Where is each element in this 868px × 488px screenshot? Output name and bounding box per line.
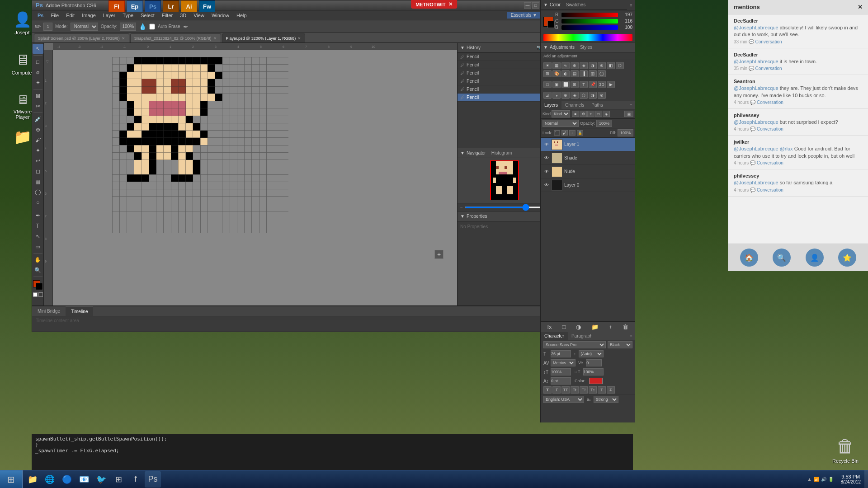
menu-edit[interactable]: Edit <box>62 12 78 19</box>
filter-text-icon[interactable]: T <box>587 111 594 117</box>
adj-extra4-icon[interactable]: ◈ <box>571 92 579 99</box>
tool-lasso[interactable]: ⌀ <box>33 67 43 77</box>
tool-slice[interactable]: ✂ <box>33 101 43 111</box>
red-slider[interactable] <box>561 13 618 17</box>
auto-erase-checkbox[interactable] <box>149 23 155 31</box>
pixel-art-canvas[interactable] <box>112 57 289 233</box>
history-item[interactable]: 🖊 Pencil <box>458 53 551 61</box>
tab-layers[interactable]: Layers <box>541 101 561 109</box>
adj-pin-icon[interactable]: 📌 <box>589 81 597 88</box>
underline-icon[interactable]: T <box>598 386 606 394</box>
color-panel-menu[interactable]: ≡ <box>627 0 635 10</box>
nude-visibility-icon[interactable]: 👁 <box>543 169 550 175</box>
zoom-slider[interactable] <box>465 206 544 208</box>
flash-icon[interactable]: Fl <box>108 0 125 12</box>
adj-colorlookup-icon[interactable]: 🎨 <box>552 70 561 77</box>
essentials-button[interactable]: Essentials ▼ <box>507 12 541 19</box>
ps-maximize-button[interactable]: □ <box>532 2 539 9</box>
layer-new-button[interactable]: + <box>609 324 613 330</box>
kerning-select[interactable]: Metrics <box>551 359 576 366</box>
swatches-tab[interactable]: Swatches <box>566 2 585 7</box>
adj-mask-icon[interactable]: ⬜ <box>561 81 570 88</box>
tool-eraser[interactable]: ◻ <box>33 166 43 176</box>
taskbar-chrome-icon[interactable]: 🔵 <box>59 471 75 488</box>
adj-hsl-icon[interactable]: ◑ <box>589 62 597 69</box>
adj-video-icon[interactable]: ▶ <box>607 81 615 88</box>
adj-posterize-icon[interactable]: ▤ <box>571 70 579 77</box>
history-item[interactable]: 🖊 Pencil <box>458 69 551 77</box>
ps-logo-menu[interactable]: Ps <box>34 12 47 19</box>
font-family-select[interactable]: Source Sans Pro <box>543 341 606 348</box>
mode-select[interactable]: Normal <box>71 23 98 31</box>
allcaps-icon[interactable]: TT <box>561 386 570 394</box>
adjustments-header[interactable]: ▼ Adjustments Styles <box>541 42 635 52</box>
mentions-user-icon[interactable]: 👤 <box>806 249 824 267</box>
tab-snapshot[interactable]: Snapshot_20120824_02 @ 100% (RGB/8) ✕ <box>130 33 221 42</box>
filter-pixel-icon[interactable]: ■ <box>572 111 579 117</box>
char-tab-paragraph[interactable]: Paragraph <box>568 332 596 340</box>
tool-hand[interactable]: ✋ <box>33 255 43 265</box>
tool-dodge[interactable]: ○ <box>33 197 43 207</box>
opacity-input[interactable]: 100% <box>120 23 136 31</box>
taskbar-clock[interactable]: 9:53 PM 8/24/2012 <box>837 474 865 484</box>
mini-bridge-tab[interactable]: Mini Bridge <box>32 306 66 316</box>
taskbar-win-icon[interactable]: ⊞ <box>110 471 127 488</box>
vert-scale-input[interactable] <box>551 368 571 375</box>
layer-item-shade[interactable]: 👁 Shade <box>541 151 635 165</box>
layer-group-button[interactable]: 📁 <box>591 324 599 330</box>
taskbar-file-explorer-icon[interactable]: 📁 <box>24 471 41 488</box>
filter-toggle[interactable]: ◉ <box>624 111 633 117</box>
adj-extra3-icon[interactable]: ⊕ <box>561 92 570 99</box>
tool-marquee[interactable]: □ <box>33 57 43 67</box>
adj-curves-icon[interactable]: ∿ <box>561 62 570 69</box>
tracking-input[interactable] <box>586 359 602 366</box>
taskbar-internet-explorer-icon[interactable]: 🌐 <box>42 471 58 488</box>
ps-minimize-button[interactable]: — <box>524 2 531 9</box>
mentions-close-button[interactable]: ✕ <box>858 4 863 10</box>
fill-input[interactable] <box>618 129 633 136</box>
history-header[interactable]: ▼ History 📷 🗑 <box>458 43 551 53</box>
quick-mask-btn[interactable] <box>33 292 38 297</box>
history-item[interactable]: 🖊 Pencil <box>458 85 551 94</box>
adj-styles-tab[interactable]: Styles <box>580 45 592 50</box>
taskbar-mail-icon[interactable]: 📧 <box>76 471 92 488</box>
layer-mask-button[interactable]: □ <box>562 324 566 330</box>
tool-history[interactable]: ↩ <box>33 156 43 166</box>
mentions-search-icon[interactable]: 🔍 <box>773 249 791 267</box>
adj-photofilter-icon[interactable]: ⬡ <box>616 62 624 69</box>
pen-pressure-icon[interactable]: ✒ <box>183 23 189 30</box>
adj-extra6-icon[interactable]: ◑ <box>589 92 597 99</box>
lock-image-btn[interactable]: 🖌 <box>561 130 568 136</box>
tool-path-selection[interactable]: ↖ <box>33 231 43 241</box>
tool-text[interactable]: T <box>33 221 43 231</box>
layer-adjustment-button[interactable]: ◑ <box>576 324 581 330</box>
foreground-color-preview[interactable] <box>543 17 553 27</box>
opacity-blend-input[interactable] <box>596 120 612 127</box>
history-item[interactable]: 🖊 Pencil <box>458 61 551 69</box>
tab-player[interactable]: Player.psd @ 3200% (Layer 1, RGB/8) ✕ <box>222 33 306 42</box>
lock-all-btn[interactable]: 🔒 <box>577 130 583 136</box>
tab-channels[interactable]: Channels <box>561 101 588 109</box>
menu-image[interactable]: Image <box>78 12 99 19</box>
lock-position-btn[interactable]: + <box>569 130 576 136</box>
start-button[interactable]: ⊞ <box>0 470 23 488</box>
adj-selective-icon[interactable]: ◯ <box>598 70 606 77</box>
tray-battery-icon[interactable]: 🔋 <box>828 477 834 482</box>
tool-eyedropper[interactable]: 💉 <box>33 114 43 124</box>
tab-snapshot-close[interactable]: ✕ <box>213 36 217 41</box>
adj-extra7-icon[interactable]: ⊗ <box>598 92 606 99</box>
adj-threshold-icon[interactable]: ▐ <box>580 70 588 77</box>
filter-shape-icon[interactable]: ▭ <box>595 111 602 117</box>
foreground-color[interactable] <box>33 280 43 290</box>
tool-brush[interactable]: 🖌 <box>33 135 43 145</box>
filter-smart-icon[interactable]: ◈ <box>603 111 610 117</box>
ps-icon-top[interactable]: Ps <box>145 0 161 12</box>
tool-magic-wand[interactable]: ✦ <box>33 78 43 88</box>
tool-move[interactable]: ↖ <box>33 44 43 54</box>
layer-kind-select[interactable]: Kind <box>552 110 570 117</box>
taskbar-ps-taskbar-icon[interactable]: Ps <box>145 471 161 488</box>
metrotwit-close-icon[interactable]: ✕ <box>448 1 453 7</box>
adj-group-icon[interactable]: ⊞ <box>571 81 579 88</box>
font-size-input[interactable] <box>551 350 571 357</box>
adj-layer-icon[interactable]: □ <box>543 81 552 88</box>
